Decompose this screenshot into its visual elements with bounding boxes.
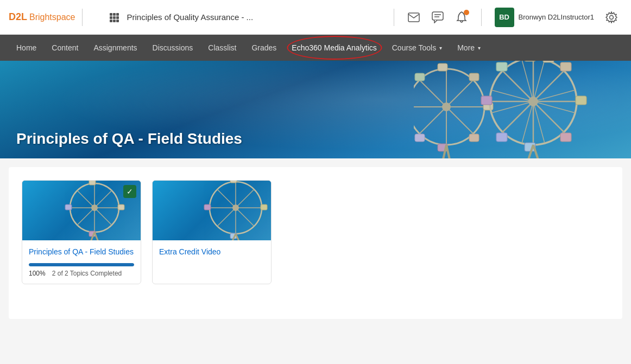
nav-classlist[interactable]: Classlist [200, 35, 244, 61]
echo360-label: Echo360 Media Analytics [292, 43, 376, 52]
svg-rect-60 [65, 205, 72, 210]
course-card-2[interactable]: Extra Credit Video [152, 180, 272, 284]
card-thumbnail-1: ✓ [22, 181, 141, 240]
d2l-logo: D2L [9, 11, 27, 23]
svg-rect-4 [113, 16, 116, 19]
svg-rect-7 [113, 20, 116, 22]
card-title-link-2[interactable]: Extra Credit Video [159, 247, 220, 256]
bell-button[interactable] [451, 7, 472, 28]
nav-grades[interactable]: Grades [244, 35, 284, 61]
svg-rect-45 [496, 133, 507, 142]
header-divider-1 [394, 9, 394, 26]
svg-rect-26 [469, 134, 479, 142]
ferris-wheel-decoration [414, 61, 604, 158]
svg-rect-2 [116, 13, 119, 16]
svg-rect-20 [438, 63, 447, 71]
card-thumbnail-2 [153, 181, 271, 240]
card-ferris-2 [195, 181, 271, 240]
notification-badge [464, 10, 469, 15]
more-chevron: ▾ [478, 45, 481, 51]
waffle-menu-button[interactable] [103, 7, 125, 28]
waffle-icon [109, 12, 119, 23]
nav-discussions[interactable]: Discussions [145, 35, 201, 61]
svg-rect-6 [110, 20, 112, 22]
svg-rect-69 [230, 181, 237, 183]
svg-line-50 [533, 145, 541, 158]
svg-rect-46 [543, 61, 554, 62]
course-title: Principles of Quality Assurance - ... [127, 12, 387, 22]
card-title-link-1[interactable]: Principles of QA - Field Studies [29, 247, 134, 256]
svg-rect-25 [415, 73, 425, 81]
svg-rect-27 [415, 134, 425, 142]
main-content: ✓ Principles of QA - Field Studies 100% … [9, 167, 622, 319]
svg-rect-1 [113, 13, 116, 16]
nav-content[interactable]: Content [44, 35, 86, 61]
svg-rect-5 [116, 16, 119, 19]
svg-line-48 [446, 145, 452, 158]
svg-line-74 [236, 234, 241, 240]
svg-rect-9 [408, 13, 419, 22]
svg-rect-57 [89, 181, 96, 185]
nav-more[interactable]: More ▾ [450, 35, 488, 61]
more-label: More [457, 43, 475, 52]
svg-point-13 [610, 15, 614, 19]
progress-topics-1: 2 of 2 Topics Completed [52, 270, 122, 277]
hero-title: Principles of QA - Field Studies [16, 130, 242, 148]
nav-home[interactable]: Home [9, 35, 44, 61]
logo-area: D2L Brightspace [9, 11, 75, 23]
top-header: D2L Brightspace Principles of Quality As… [0, 0, 631, 35]
logo-divider [82, 9, 83, 26]
progress-bar-fill-1 [29, 263, 134, 266]
nav-echo360[interactable]: Echo360 Media Analytics [284, 35, 384, 61]
nav-course-tools[interactable]: Course Tools ▾ [384, 35, 450, 61]
card-body-2: Extra Credit Video [153, 240, 271, 264]
progress-pct-1: 100% [29, 270, 46, 277]
svg-rect-59 [118, 205, 124, 210]
course-tools-chevron: ▾ [439, 45, 442, 51]
course-tools-label: Course Tools [392, 43, 436, 52]
progress-bar-1 [29, 263, 134, 266]
svg-rect-43 [496, 62, 507, 71]
cards-container: ✓ Principles of QA - Field Studies 100% … [22, 180, 609, 284]
progress-info-1: 100% 2 of 2 Topics Completed [29, 270, 134, 277]
svg-rect-3 [110, 16, 112, 19]
header-icons: BD Bronwyn D2LInstructor1 [387, 5, 622, 29]
svg-rect-8 [116, 20, 119, 22]
card-completed-badge-1: ✓ [123, 185, 136, 198]
svg-rect-44 [560, 133, 571, 142]
svg-rect-38 [525, 61, 535, 61]
svg-rect-71 [261, 205, 267, 210]
svg-rect-72 [204, 205, 211, 210]
svg-rect-40 [576, 96, 586, 105]
user-avatar-button[interactable]: BD Bronwyn D2LInstructor1 [490, 5, 598, 29]
svg-rect-0 [110, 13, 112, 16]
mail-button[interactable] [403, 7, 425, 28]
spacer [96, 9, 97, 26]
nav-assignments[interactable]: Assignments [86, 35, 144, 61]
svg-rect-41 [481, 96, 492, 105]
ferris-wheel-svg [414, 61, 604, 158]
svg-line-62 [94, 232, 100, 240]
mail-icon [408, 12, 420, 22]
username-label: Bronwyn D2LInstructor1 [519, 13, 594, 21]
chat-button[interactable] [427, 7, 449, 28]
avatar-initials: BD [495, 8, 514, 27]
svg-rect-10 [432, 12, 443, 20]
chat-icon [432, 11, 444, 23]
svg-rect-42 [560, 62, 571, 71]
header-divider-2 [481, 9, 482, 26]
nav-bar: Home Content Assignments Discussions Cla… [0, 35, 631, 61]
settings-button[interactable] [601, 7, 622, 28]
hero-banner: Principles of QA - Field Studies [0, 61, 631, 158]
card-body-1: Principles of QA - Field Studies 100% 2 … [22, 240, 141, 284]
brightspace-logo: Brightspace [29, 12, 75, 22]
svg-rect-24 [469, 73, 479, 81]
gear-icon [605, 11, 617, 23]
course-card-1[interactable]: ✓ Principles of QA - Field Studies 100% … [22, 180, 141, 284]
